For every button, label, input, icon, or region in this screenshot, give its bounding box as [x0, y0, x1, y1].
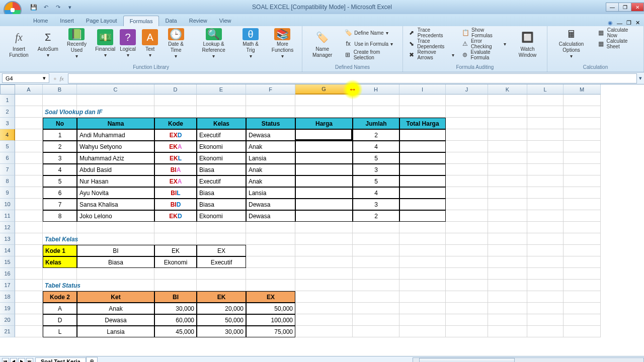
cell-B1[interactable] [43, 95, 77, 106]
cell-F18[interactable]: EX [246, 291, 295, 303]
cell-H7[interactable]: 3 [353, 164, 399, 175]
cell-A19[interactable] [15, 303, 43, 314]
cell-F20[interactable]: 100,000 [246, 314, 295, 326]
cell-G17[interactable] [295, 280, 353, 291]
trace-dependents-button[interactable]: ⬊Trace Dependents [405, 38, 457, 49]
row-header-17[interactable]: 17 [0, 280, 15, 291]
tab-data[interactable]: Data [159, 16, 183, 26]
cell-C19[interactable]: Anak [77, 303, 154, 314]
cell-G19[interactable] [295, 303, 353, 314]
cell-D21[interactable]: 45,000 [154, 326, 197, 337]
column-header-M[interactable]: M [564, 84, 601, 95]
cell-K5[interactable] [488, 141, 527, 152]
sheet-tab[interactable]: Soal Test Kerja [35, 357, 86, 363]
cell-M4[interactable] [564, 129, 601, 141]
cell-J11[interactable] [446, 210, 488, 222]
cell-D11[interactable]: EKD [154, 210, 197, 222]
cell-G5[interactable] [295, 141, 353, 152]
cell-F7[interactable]: Anak [246, 164, 295, 175]
logical-button[interactable]: ?Logical▾ [117, 27, 138, 60]
show-formulas-button[interactable]: 📋Show Formulas [458, 27, 509, 38]
cell-G3[interactable]: Harga [295, 118, 353, 129]
cell-I12[interactable] [399, 222, 446, 233]
cell-K13[interactable] [488, 233, 527, 245]
cell-B9[interactable]: 6 [43, 187, 77, 199]
cell-J10[interactable] [446, 199, 488, 210]
error-checking-button[interactable]: ⚠Error Checking ▾ [458, 38, 509, 49]
cell-H16[interactable] [353, 268, 399, 280]
cell-H18[interactable] [353, 291, 399, 303]
cell-L5[interactable] [527, 141, 564, 152]
cell-G7[interactable] [295, 164, 353, 175]
cell-D1[interactable] [154, 95, 197, 106]
cell-E13[interactable] [197, 233, 246, 245]
cell-F9[interactable]: Lansia [246, 187, 295, 199]
fx-icon[interactable]: fx [60, 75, 64, 81]
cell-A1[interactable] [15, 95, 43, 106]
last-sheet-button[interactable]: ⏭ [26, 358, 33, 363]
new-sheet-button[interactable]: ⊕ [86, 357, 98, 362]
cell-E1[interactable] [197, 95, 246, 106]
cell-L3[interactable] [527, 118, 564, 129]
minimize-ribbon-icon[interactable]: — [617, 20, 622, 26]
cell-B14[interactable]: Kode 1 [43, 245, 77, 256]
row-header-6[interactable]: 6 [0, 152, 15, 164]
cell-M15[interactable] [564, 256, 601, 268]
cell-I8[interactable] [399, 175, 446, 187]
cell-M1[interactable] [564, 95, 601, 106]
cell-K17[interactable] [488, 280, 527, 291]
cell-F5[interactable]: Anak [246, 141, 295, 152]
cell-J1[interactable] [446, 95, 488, 106]
calculation-options-button[interactable]: 🖩Calculation Options▾ [549, 27, 593, 60]
cell-B17[interactable]: Tabel Status [43, 280, 154, 291]
tab-page-layout[interactable]: Page Layout [80, 16, 123, 26]
cell-M11[interactable] [564, 210, 601, 222]
row-header-19[interactable]: 19 [0, 303, 15, 314]
cell-J16[interactable] [446, 268, 488, 280]
cell-C18[interactable]: Ket [77, 291, 154, 303]
cell-G4[interactable] [295, 129, 353, 141]
cell-I1[interactable] [399, 95, 446, 106]
cell-M18[interactable] [564, 291, 601, 303]
cell-F4[interactable]: Dewasa [246, 129, 295, 141]
column-header-J[interactable]: J [446, 84, 488, 95]
cell-F8[interactable]: Anak [246, 175, 295, 187]
cell-D9[interactable]: BIL [154, 187, 197, 199]
create-from-selection-button[interactable]: ⊞Create from Selection [341, 49, 400, 60]
horizontal-scrollbar[interactable] [413, 357, 644, 363]
cell-F13[interactable] [246, 233, 295, 245]
cell-C1[interactable] [77, 95, 154, 106]
cell-B20[interactable]: D [43, 314, 77, 326]
minimize-button[interactable]: — [606, 3, 619, 12]
cell-M13[interactable] [564, 233, 601, 245]
first-sheet-button[interactable]: ⏮ [2, 358, 9, 363]
cell-L18[interactable] [527, 291, 564, 303]
chevron-down-icon[interactable]: ▾ [43, 75, 46, 81]
row-header-11[interactable]: 11 [0, 210, 15, 222]
cell-A16[interactable] [15, 268, 43, 280]
financial-button[interactable]: 💵Financial▾ [94, 27, 116, 60]
cell-J14[interactable] [446, 245, 488, 256]
cell-D6[interactable]: EKL [154, 152, 197, 164]
cell-A4[interactable] [15, 129, 43, 141]
cell-G12[interactable] [295, 222, 353, 233]
cell-L7[interactable] [527, 164, 564, 175]
cell-G16[interactable] [295, 268, 353, 280]
cell-G2[interactable] [295, 106, 353, 118]
cell-H5[interactable]: 4 [353, 141, 399, 152]
column-header-H[interactable]: H [353, 84, 399, 95]
cell-A3[interactable] [15, 118, 43, 129]
cell-B7[interactable]: 4 [43, 164, 77, 175]
cell-J18[interactable] [446, 291, 488, 303]
cell-I17[interactable] [399, 280, 446, 291]
close-button[interactable]: ✕ [631, 3, 644, 12]
cell-K21[interactable] [488, 326, 527, 337]
cell-E5[interactable]: Ekonomi [197, 141, 246, 152]
use-in-formula-button[interactable]: fxUse in Formula ▾ [341, 38, 400, 49]
cell-G6[interactable] [295, 152, 353, 164]
cell-E20[interactable]: 50,000 [197, 314, 246, 326]
cell-M16[interactable] [564, 268, 601, 280]
prev-sheet-button[interactable]: ◀ [10, 358, 17, 363]
cell-K15[interactable] [488, 256, 527, 268]
cell-B16[interactable] [43, 268, 77, 280]
